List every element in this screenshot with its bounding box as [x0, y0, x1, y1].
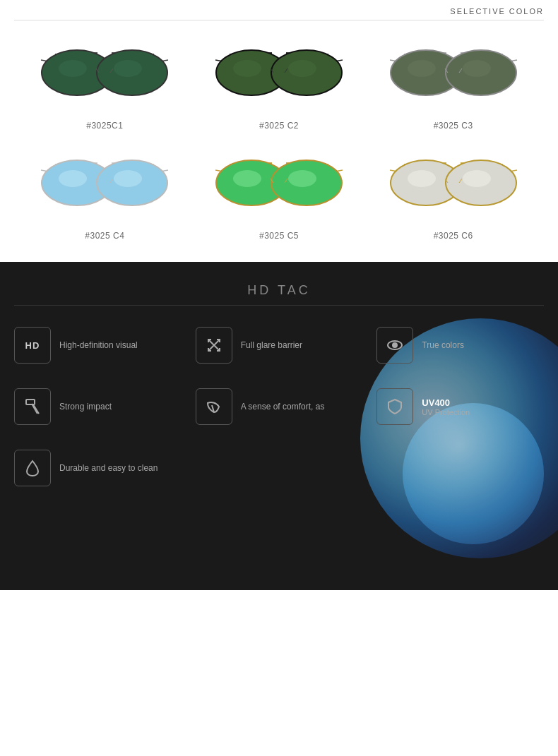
svg-point-41 [114, 170, 142, 187]
glasses-label-c2: #3025 C2 [259, 121, 299, 131]
svg-rect-70 [26, 400, 35, 404]
svg-point-69 [393, 343, 397, 347]
uv400-label: UV400 [422, 397, 470, 408]
glasses-image-c5 [201, 145, 357, 222]
feature-item-comfort: A sense of comfort, as [196, 388, 363, 425]
glasses-label-c5: #3025 C5 [259, 231, 299, 241]
features-grid: HD High-definition visual Full glare bar… [14, 327, 544, 486]
leaf-icon [206, 398, 222, 415]
feature-item-uv: UV400 UV Protection [376, 388, 544, 425]
glasses-label-c6: #3025 C6 [434, 231, 473, 241]
glasses-image-c2 [201, 35, 357, 112]
glasses-image-c6 [376, 145, 531, 222]
svg-point-39 [59, 170, 87, 187]
drop-icon [25, 460, 40, 476]
hammer-icon [25, 398, 40, 415]
feature-item-glare: Full glare barrier [196, 327, 363, 364]
feature-label-glare: Full glare barrier [241, 340, 302, 352]
eye-icon [386, 337, 403, 354]
feature-label-hd: High-definition visual [59, 340, 138, 352]
glasses-item-c3: #3025 C3 [369, 35, 537, 131]
svg-point-28 [408, 60, 436, 77]
svg-point-61 [408, 170, 436, 187]
glasses-image-c1 [27, 35, 182, 112]
feature-icon-durable [14, 450, 51, 486]
feature-label-impact: Strong impact [59, 401, 112, 413]
selective-color-header: SELECTIVE COLOR [14, 7, 544, 20]
shield-icon [387, 398, 403, 415]
feature-icon-comfort [196, 388, 232, 425]
hd-tac-divider [14, 305, 544, 306]
svg-point-50 [233, 170, 261, 187]
feature-label-durable: Durable and easy to clean [59, 462, 158, 474]
glasses-label-c3: #3025 C3 [434, 121, 473, 131]
svg-point-17 [233, 60, 261, 77]
svg-point-63 [463, 170, 491, 187]
glasses-grid: #3025C1 #3025 C2 [14, 28, 544, 248]
glasses-label-c1: #3025C1 [86, 121, 123, 131]
uv400-sublabel: UV Protection [422, 408, 470, 416]
glasses-item-c2: #3025 C2 [196, 35, 363, 131]
glasses-image-c4 [27, 145, 182, 222]
top-section: SELECTIVE COLOR [0, 0, 558, 262]
hd-text-icon: HD [25, 340, 40, 351]
feature-item-hd: HD High-definition visual [14, 327, 182, 364]
feature-item-impact: Strong impact [14, 388, 182, 425]
selective-color-label: SELECTIVE COLOR [450, 7, 544, 16]
glasses-item-c5: #3025 C5 [196, 145, 363, 241]
feature-icon-glare [196, 327, 232, 364]
feature-icon-colors [376, 327, 413, 364]
hd-tac-title: HD TAC [14, 262, 544, 305]
bottom-section: HD TAC HD High-definition visual F [0, 262, 558, 590]
feature-icon-uv [376, 388, 413, 425]
svg-point-6 [59, 60, 87, 77]
feature-icon-hd: HD [14, 327, 51, 364]
glasses-label-c4: #3025 C4 [85, 231, 124, 241]
feature-item-colors: True colors [376, 327, 544, 364]
svg-point-19 [288, 60, 316, 77]
svg-point-8 [114, 60, 142, 77]
svg-point-30 [463, 60, 491, 77]
glasses-item-c1: #3025C1 [21, 35, 189, 131]
svg-point-52 [288, 170, 316, 187]
feature-label-colors: True colors [422, 340, 464, 352]
uv-text-container: UV400 UV Protection [422, 397, 470, 416]
feature-item-durable: Durable and easy to clean [14, 450, 182, 486]
glasses-item-c6: #3025 C6 [369, 145, 537, 241]
glasses-image-c3 [376, 35, 531, 112]
feature-icon-impact [14, 388, 51, 425]
feature-label-comfort: A sense of comfort, as [241, 401, 325, 413]
cross-arrows-icon [206, 337, 222, 354]
glasses-item-c4: #3025 C4 [21, 145, 189, 241]
